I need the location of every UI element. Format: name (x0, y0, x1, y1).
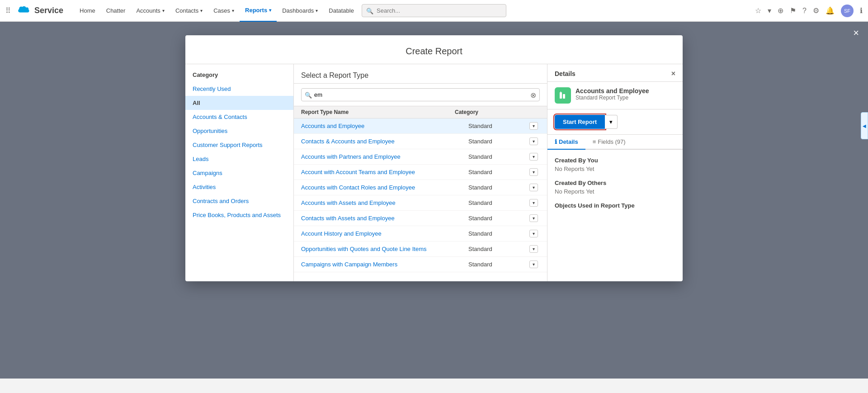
help-icon[interactable]: ? (802, 7, 807, 15)
table-row[interactable]: Contacts & Accounts and Employee Standar… (294, 134, 547, 149)
category-campaigns[interactable]: Campaigns (185, 166, 293, 180)
nav-contacts[interactable]: Contacts ▾ (170, 0, 208, 22)
details-actions: Start Report ▾ (547, 109, 683, 135)
side-panel-tab[interactable]: ◀ (861, 112, 868, 139)
fields-icon: ≡ (593, 138, 596, 145)
row-dropdown-btn[interactable]: ▾ (529, 260, 538, 268)
category-price-books[interactable]: Price Books, Products and Assets (185, 208, 293, 222)
nav-chatter[interactable]: Chatter (101, 0, 131, 22)
table-row[interactable]: Account with Account Teams and Employee … (294, 165, 547, 180)
report-type-name: Accounts with Assets and Employee (301, 199, 468, 206)
row-dropdown-btn[interactable]: ▾ (529, 230, 538, 237)
tab-details[interactable]: ℹ Details (547, 135, 585, 150)
table-row[interactable]: Account History and Employee Standard ▾ (294, 226, 547, 241)
report-type-search-input[interactable] (301, 88, 540, 101)
row-dropdown[interactable]: ▾ (527, 245, 540, 253)
row-dropdown-btn[interactable]: ▾ (529, 137, 538, 145)
report-type-category: Standard (468, 246, 527, 252)
row-dropdown-btn[interactable]: ▾ (529, 199, 538, 207)
category-customer-support[interactable]: Customer Support Reports (185, 138, 293, 152)
table-row[interactable]: Opportunities with Quotes and Quote Line… (294, 241, 547, 257)
nav-dashboards[interactable]: Dashboards ▾ (277, 0, 323, 22)
table-row[interactable]: Accounts with Partners and Employee Stan… (294, 149, 547, 165)
report-type-icon (555, 87, 571, 104)
row-dropdown-btn[interactable]: ▾ (529, 122, 538, 130)
report-type-category: Standard (468, 123, 527, 129)
row-dropdown[interactable]: ▾ (527, 137, 540, 145)
clear-search-icon[interactable]: ⊗ (530, 90, 536, 99)
category-leads[interactable]: Leads (185, 152, 293, 166)
start-report-dropdown-button[interactable]: ▾ (605, 115, 618, 129)
created-by-you-value: No Reports Yet (555, 166, 675, 172)
col-category: Category (455, 109, 527, 115)
row-dropdown-btn[interactable]: ▾ (529, 184, 538, 191)
category-contracts-orders[interactable]: Contracts and Orders (185, 194, 293, 208)
nav-search-input[interactable] (362, 4, 506, 17)
grid-icon[interactable]: ⠿ (5, 6, 11, 15)
row-dropdown[interactable]: ▾ (527, 260, 540, 268)
dropdown-icon[interactable]: ▾ (768, 6, 771, 15)
row-dropdown-btn[interactable]: ▾ (529, 214, 538, 222)
svg-rect-0 (560, 92, 562, 99)
modal-body: Category Recently Used All Accounts & Co… (185, 64, 683, 281)
report-type-category: Standard (468, 261, 527, 268)
row-dropdown[interactable]: ▾ (527, 199, 540, 207)
table-row[interactable]: Accounts with Contact Roles and Employee… (294, 180, 547, 195)
details-panel: Details × Accounts and Employee Standard… (547, 64, 683, 281)
row-dropdown[interactable]: ▾ (527, 153, 540, 161)
top-navigation: ⠿ Service Home Chatter Accounts ▾ Contac… (0, 0, 868, 22)
row-dropdown[interactable]: ▾ (527, 230, 540, 237)
category-activities[interactable]: Activities (185, 180, 293, 194)
nav-reports[interactable]: Reports ▾ (240, 0, 277, 22)
category-accounts-contacts[interactable]: Accounts & Contacts (185, 110, 293, 124)
start-report-button[interactable]: Start Report (555, 115, 605, 129)
details-title-label: Details (555, 70, 576, 77)
category-recently-used[interactable]: Recently Used (185, 82, 293, 96)
report-type-category: Standard (468, 199, 527, 206)
tab-fields[interactable]: ≡ Fields (97) (585, 135, 633, 149)
settings-icon[interactable]: ⚙ (813, 6, 819, 15)
category-all[interactable]: All (185, 96, 293, 110)
details-report-subtitle: Standard Report Type (576, 95, 649, 101)
category-header: Category (185, 64, 293, 82)
category-opportunities[interactable]: Opportunities (185, 124, 293, 138)
add-icon[interactable]: ⊕ (778, 6, 783, 15)
report-type-name: Accounts with Contact Roles and Employee (301, 184, 468, 191)
row-dropdown[interactable]: ▾ (527, 168, 540, 176)
search-icon: 🔍 (366, 7, 373, 14)
report-type-category: Standard (468, 153, 527, 160)
table-row[interactable]: Accounts with Assets and Employee Standa… (294, 195, 547, 211)
report-type-category: Standard (468, 184, 527, 191)
nav-home[interactable]: Home (74, 0, 101, 22)
nav-accounts[interactable]: Accounts ▾ (131, 0, 170, 22)
row-dropdown[interactable]: ▾ (527, 184, 540, 191)
bell-icon[interactable]: 🔔 (826, 6, 835, 15)
nav-cases[interactable]: Cases ▾ (208, 0, 240, 22)
row-dropdown-btn[interactable]: ▾ (529, 245, 538, 253)
report-type-category: Standard (468, 215, 527, 222)
report-type-category: Standard (468, 169, 527, 175)
details-info-section: Accounts and Employee Standard Report Ty… (547, 82, 683, 109)
report-type-name: Accounts and Employee (301, 123, 468, 129)
nav-datatable[interactable]: Datatable (323, 0, 359, 22)
page-close-button[interactable]: × (853, 27, 859, 39)
category-panel: Category Recently Used All Accounts & Co… (185, 64, 294, 281)
row-dropdown-btn[interactable]: ▾ (529, 168, 538, 176)
chevron-down-icon: ▾ (200, 8, 203, 13)
row-dropdown-btn[interactable]: ▾ (529, 153, 538, 161)
details-report-title: Accounts and Employee (576, 87, 649, 95)
report-type-table-header: Report Type Name Category (294, 106, 547, 118)
report-type-name: Contacts with Assets and Employee (301, 215, 468, 222)
details-close-button[interactable]: × (671, 70, 675, 78)
avatar[interactable]: SF (841, 5, 854, 17)
notification-icon[interactable]: ⚑ (790, 6, 796, 15)
row-dropdown[interactable]: ▾ (527, 122, 540, 130)
table-row[interactable]: Campaigns with Campaign Members Standard… (294, 257, 547, 272)
search-icon: 🔍 (305, 91, 312, 98)
table-row[interactable]: Contacts with Assets and Employee Standa… (294, 211, 547, 226)
report-type-name: Contacts & Accounts and Employee (301, 138, 468, 145)
table-row[interactable]: Accounts and Employee Standard ▾ (294, 118, 547, 134)
star-icon[interactable]: ☆ (755, 6, 761, 15)
created-by-you-title: Created By You (555, 157, 675, 164)
row-dropdown[interactable]: ▾ (527, 214, 540, 222)
